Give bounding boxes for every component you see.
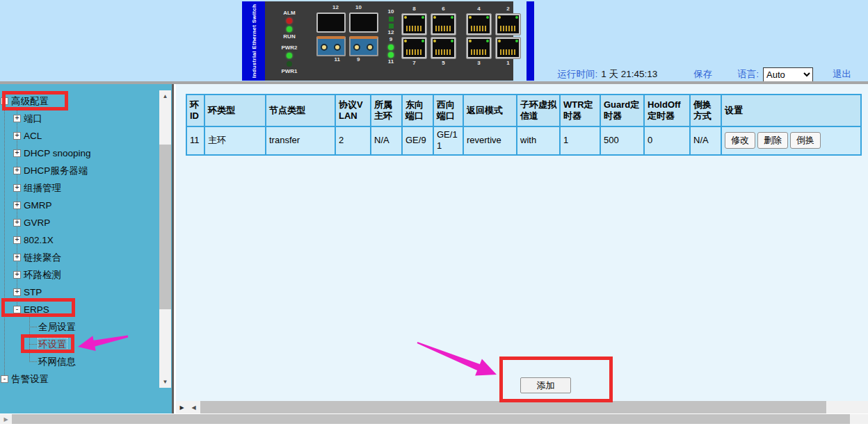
sidebar-item-erps[interactable]: -ERPS xyxy=(0,301,159,318)
column-header: 协议VLAN xyxy=(335,95,371,126)
expand-toggle-icon[interactable]: + xyxy=(13,202,21,209)
sidebar-item-label: STP xyxy=(24,287,42,297)
rj45-column: 43 xyxy=(466,6,492,79)
collapse-toggle-icon[interactable]: - xyxy=(13,306,21,313)
rj45-pins xyxy=(500,26,516,31)
rj45-port xyxy=(466,37,492,59)
nav-sidebar: -高级配置+端口+ACL+DHCP snooping+DHCP服务器端+组播管理… xyxy=(0,84,174,413)
expand-toggle-icon[interactable]: + xyxy=(13,115,21,122)
port-link-led xyxy=(451,16,453,19)
sidebar-item-link-aggregation[interactable]: +链接聚合 xyxy=(0,249,159,266)
table-header-row: 环ID环类型节点类型协议VLAN所属主环东向端口西向端口返回模式子环虚拟信道WT… xyxy=(186,95,861,126)
sidebar-item-alarm-settings[interactable]: -告警设置 xyxy=(0,370,159,388)
expand-toggle-icon[interactable]: + xyxy=(13,288,21,296)
expand-toggle-icon[interactable]: + xyxy=(13,271,21,279)
save-button[interactable]: 保存 xyxy=(693,68,712,81)
scroll-right-icon[interactable]: ▶ xyxy=(0,414,12,424)
port-link-led xyxy=(486,40,489,42)
logout-button[interactable]: 退出 xyxy=(833,68,851,81)
port-activity-led xyxy=(433,16,436,19)
table-cell: with xyxy=(517,126,560,155)
table-cell: GE/9 xyxy=(402,126,433,155)
sidebar-tree: -高级配置+端口+ACL+DHCP snooping+DHCP服务器端+组播管理… xyxy=(0,92,159,388)
expand-toggle-icon[interactable]: + xyxy=(13,184,21,192)
fiber-hole xyxy=(353,44,360,51)
expand-toggle-icon[interactable]: + xyxy=(13,132,21,140)
rj45-pins xyxy=(471,49,487,55)
port-link-led xyxy=(451,40,453,42)
sidebar-item-label: 端口 xyxy=(24,113,42,125)
row-action-button[interactable]: 删除 xyxy=(757,132,788,149)
tree-connector xyxy=(29,361,37,362)
sidebar-item-global-settings[interactable]: 全局设置 xyxy=(0,318,159,336)
scroll-left-icon[interactable]: ◀ xyxy=(188,401,200,413)
device-port-leds: 1012911 xyxy=(385,4,397,79)
sidebar-item-dhcp-snooping[interactable]: +DHCP snooping xyxy=(0,145,159,162)
pwr2-led-icon xyxy=(287,53,292,58)
sidebar-item-label: DHCP snooping xyxy=(24,148,91,158)
column-header: 返回模式 xyxy=(463,95,517,126)
sfp-port-label: 10 xyxy=(355,4,362,11)
row-action-button[interactable]: 修改 xyxy=(725,132,755,149)
column-header: 节点类型 xyxy=(266,95,335,126)
sidebar-item-label: ERPS xyxy=(24,304,49,315)
sidebar-item-multicast-mgmt[interactable]: +组播管理 xyxy=(0,179,159,197)
fiber-hole xyxy=(367,44,373,51)
add-button[interactable]: 添加 xyxy=(520,377,571,393)
sidebar-item-label: GVRP xyxy=(24,218,50,228)
collapse-toggle-icon[interactable]: - xyxy=(1,97,8,105)
sidebar-item-dhcp-server[interactable]: +DHCP服务器端 xyxy=(0,162,159,179)
sidebar-item-label: 告警设置 xyxy=(11,373,49,386)
switch-device-image: Industrial Ethernet Switch ALM RUN PWR2 … xyxy=(242,1,513,81)
sidebar-item-gvrp[interactable]: +GVRP xyxy=(0,214,159,231)
table-cell: 主环 xyxy=(204,126,266,155)
rj45-jack xyxy=(433,39,454,57)
sidebar-item-label: 全局设置 xyxy=(38,321,76,334)
content-horizontal-scrollbar[interactable]: ◀ ▶ xyxy=(176,401,868,413)
port-activity-led xyxy=(404,16,407,19)
rj45-jack xyxy=(403,15,425,33)
sidebar-item-ring-settings[interactable]: 环设置 xyxy=(0,336,159,353)
page-horizontal-scrollbar[interactable]: ◀ ▶ xyxy=(0,414,868,424)
expand-toggle-icon[interactable]: + xyxy=(13,149,21,157)
expand-toggle-icon[interactable]: + xyxy=(13,219,21,227)
expand-toggle-icon[interactable]: + xyxy=(13,167,21,174)
rj45-pins xyxy=(471,26,487,31)
sidebar-item-dot1x[interactable]: +802.1X xyxy=(0,231,159,249)
port-activity-led xyxy=(498,16,501,19)
scroll-up-icon[interactable]: ▲ xyxy=(159,90,171,102)
sidebar-item-loop-detection[interactable]: +环路检测 xyxy=(0,266,159,284)
sidebar-item-label: 802.1X xyxy=(24,235,54,245)
sidebar-item-label: 组播管理 xyxy=(24,182,61,195)
device-status-leds: ALM RUN PWR2 PWR1 xyxy=(275,4,304,79)
sfp-cage xyxy=(349,13,378,33)
language-select[interactable]: Auto xyxy=(763,67,813,82)
table-cell: GE/11 xyxy=(433,126,463,155)
rj45-column: 87 xyxy=(401,6,427,79)
collapse-toggle-icon[interactable]: - xyxy=(1,375,8,383)
sidebar-item-stp[interactable]: +STP xyxy=(0,284,159,301)
row-action-button[interactable]: 倒换 xyxy=(790,132,821,149)
expand-toggle-icon[interactable]: + xyxy=(13,236,21,244)
sidebar-scrollbar[interactable]: ▲ ▼ xyxy=(159,90,171,388)
scroll-down-icon[interactable]: ▼ xyxy=(159,376,171,388)
column-header: 倒换方式 xyxy=(690,95,721,126)
rj45-port xyxy=(495,13,521,35)
uptime-value: 1 天 21:45:13 xyxy=(601,68,657,81)
scroll-right-icon[interactable]: ▶ xyxy=(176,401,188,413)
sidebar-item-gmrp[interactable]: +GMRP xyxy=(0,197,159,214)
table-cell: transfer xyxy=(266,126,335,155)
table-cell: revertive xyxy=(463,126,517,155)
content-scroll-thumb[interactable] xyxy=(200,401,826,413)
sidebar-item-acl[interactable]: +ACL xyxy=(0,127,159,145)
device-rj45-ports: 87654321 xyxy=(397,4,524,79)
language-label: 语言: xyxy=(737,68,759,81)
sidebar-item-port[interactable]: +端口 xyxy=(0,110,159,127)
sidebar-item-ring-info[interactable]: 环网信息 xyxy=(0,353,159,370)
sidebar-scroll-thumb[interactable] xyxy=(159,145,171,309)
sidebar-item-advanced-config[interactable]: -高级配置 xyxy=(0,92,159,110)
column-header: HoldOff定时器 xyxy=(644,95,690,126)
port-activity-led xyxy=(498,40,501,42)
page-scroll-thumb[interactable] xyxy=(12,414,850,424)
expand-toggle-icon[interactable]: + xyxy=(13,254,21,261)
